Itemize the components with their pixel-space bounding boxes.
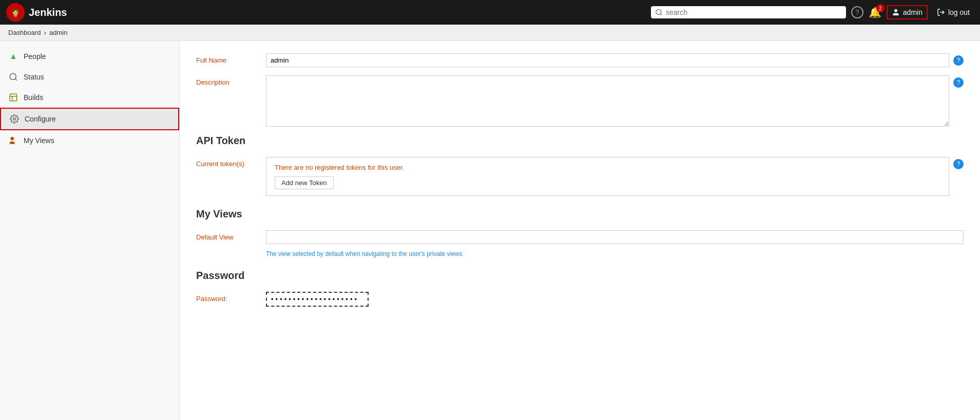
breadcrumb: Dashboard › admin: [0, 25, 980, 41]
token-box: There are no registered tokens for this …: [266, 157, 949, 196]
description-control: ?: [266, 75, 964, 127]
content-area: Full Name ? Description ? API Token Curr…: [180, 41, 980, 420]
svg-point-4: [10, 73, 16, 79]
default-view-hint: The view selected by default when naviga…: [266, 250, 463, 257]
search-icon: [655, 8, 663, 16]
full-name-label: Full Name: [196, 53, 258, 64]
sidebar-label-builds: Builds: [24, 93, 43, 102]
sidebar-item-configure[interactable]: Configure: [0, 108, 179, 130]
full-name-row: Full Name ?: [196, 53, 964, 67]
app-title: Jenkins: [29, 7, 67, 18]
sidebar: ▲ People Status Builds Configure My Vi: [0, 41, 180, 420]
add-token-button[interactable]: Add new Token: [275, 176, 334, 189]
password-row: Password:: [196, 292, 964, 307]
sidebar-item-people[interactable]: ▲ People: [0, 46, 179, 67]
sidebar-label-myviews: My Views: [24, 136, 54, 145]
sidebar-label-people: People: [24, 52, 46, 61]
svg-line-5: [15, 78, 16, 80]
default-view-control: The view selected by default when naviga…: [266, 230, 964, 257]
description-help[interactable]: ?: [953, 77, 964, 88]
notification-bell[interactable]: 🔔 2: [869, 6, 881, 18]
logo-area[interactable]: 🤵 Jenkins: [6, 3, 646, 22]
tokens-help[interactable]: ?: [953, 159, 964, 169]
token-message-pre: There are no registered tokens: [275, 164, 368, 171]
api-token-title: API Token: [196, 135, 964, 149]
header: 🤵 Jenkins ? 🔔 2 admin log out: [0, 0, 980, 25]
configure-icon: [9, 114, 20, 124]
svg-point-10: [11, 137, 14, 140]
my-views-title: My Views: [196, 208, 964, 222]
svg-point-0: [656, 9, 661, 14]
sidebar-label-configure: Configure: [25, 115, 56, 123]
api-token-section: API Token Current token(s) There are no …: [196, 135, 964, 196]
breadcrumb-separator: ›: [44, 29, 46, 36]
svg-line-1: [660, 14, 662, 15]
password-control: [266, 292, 964, 307]
token-box-wrap: There are no registered tokens for this …: [266, 157, 964, 196]
current-tokens-row: Current token(s) There are no registered…: [196, 157, 964, 196]
token-message-post: this user.: [376, 164, 405, 171]
sidebar-item-status[interactable]: Status: [0, 67, 179, 87]
no-tokens-message: There are no registered tokens for this …: [275, 164, 940, 171]
people-icon: ▲: [8, 51, 18, 62]
logout-icon: [937, 8, 945, 16]
breadcrumb-current: admin: [49, 29, 67, 36]
description-label: Description: [196, 75, 258, 86]
logout-button[interactable]: log out: [933, 6, 974, 18]
password-input[interactable]: [266, 292, 369, 307]
builds-icon: [8, 92, 18, 103]
main-layout: ▲ People Status Builds Configure My Vi: [0, 41, 980, 420]
search-bar[interactable]: [651, 6, 846, 18]
breadcrumb-dashboard[interactable]: Dashboard: [8, 29, 41, 36]
default-view-input[interactable]: [266, 230, 964, 244]
svg-rect-6: [10, 94, 17, 101]
full-name-help[interactable]: ?: [953, 55, 964, 66]
user-icon: [892, 8, 900, 16]
default-view-row: Default View The view selected by defaul…: [196, 230, 964, 257]
search-help-icon[interactable]: ?: [851, 6, 863, 18]
description-input[interactable]: [266, 75, 949, 127]
admin-label: admin: [903, 8, 923, 16]
sidebar-label-status: Status: [24, 73, 44, 81]
password-section: Password Password:: [196, 270, 964, 307]
logout-label: log out: [948, 8, 970, 16]
svg-point-9: [13, 118, 16, 121]
search-input[interactable]: [666, 8, 842, 16]
current-tokens-label: Current token(s): [196, 157, 258, 168]
description-row: Description ?: [196, 75, 964, 127]
full-name-input[interactable]: [266, 53, 949, 67]
my-views-section: My Views Default View The view selected …: [196, 208, 964, 257]
default-view-label: Default View: [196, 230, 258, 241]
password-title: Password: [196, 270, 964, 284]
status-icon: [8, 72, 18, 82]
svg-point-2: [894, 9, 897, 12]
hint-pre: The view selected by default: [266, 250, 345, 257]
myviews-icon: [8, 135, 18, 146]
notification-badge: 2: [876, 4, 885, 12]
sidebar-item-builds[interactable]: Builds: [0, 87, 179, 108]
sidebar-item-myviews[interactable]: My Views: [0, 130, 179, 151]
jenkins-logo: 🤵: [6, 3, 25, 22]
admin-button[interactable]: admin: [887, 5, 928, 19]
hint-highlight: when navigating to the user's private vi…: [345, 250, 463, 257]
full-name-control: ?: [266, 53, 964, 67]
token-message-highlight: for: [368, 164, 375, 171]
password-label: Password:: [196, 292, 258, 303]
